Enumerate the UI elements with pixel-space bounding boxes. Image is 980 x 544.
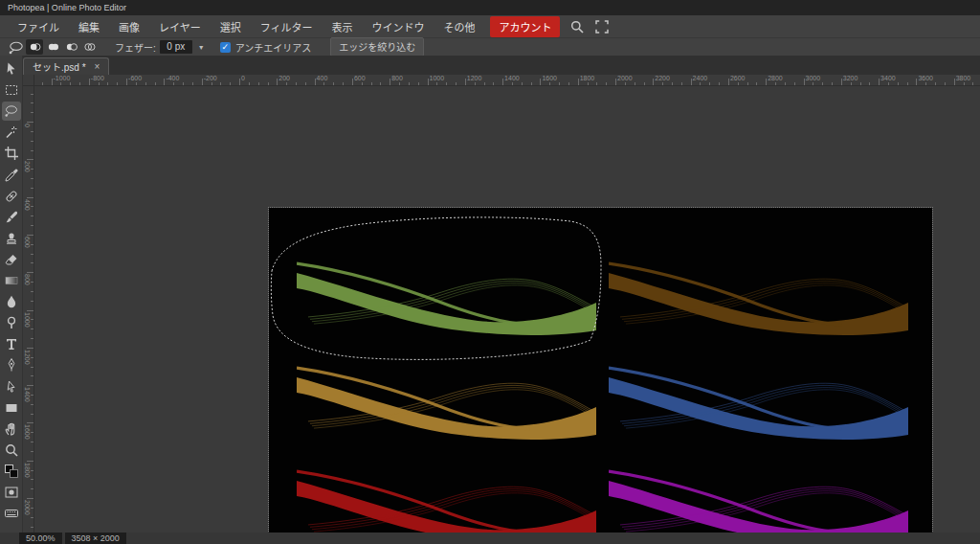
ruler-tick	[31, 488, 33, 489]
ruler-tick	[286, 82, 287, 85]
ruler-label: -1000	[54, 75, 71, 81]
ruler-tick	[192, 82, 193, 85]
ruler-tick	[700, 82, 701, 85]
type-tool-icon[interactable]	[2, 334, 21, 353]
ruler-tick	[709, 82, 710, 85]
ruler-tick	[126, 79, 127, 85]
canvas-area[interactable]	[34, 86, 980, 533]
clone-stamp-tool-icon[interactable]	[2, 229, 21, 248]
pen-tool-icon[interactable]	[2, 355, 21, 374]
ruler-tick	[31, 470, 33, 471]
ruler-tick	[851, 82, 852, 85]
ruler-tick	[31, 215, 33, 216]
crop-tool-icon[interactable]	[2, 144, 21, 163]
ruler-tick	[31, 517, 33, 518]
ruler-tick	[31, 367, 33, 368]
document-tab[interactable]: セット.psd * ×	[23, 57, 109, 75]
selection-mode-add-button[interactable]	[44, 39, 61, 55]
menu-item[interactable]: その他	[434, 19, 484, 36]
zoom-tool-icon[interactable]	[2, 441, 21, 460]
menu-item[interactable]: 選択	[211, 19, 251, 36]
magic-wand-tool-icon[interactable]	[2, 123, 21, 142]
ruler-tick	[672, 82, 673, 85]
feather-label: フェザー:	[115, 40, 156, 55]
ruler-label: 600	[24, 237, 31, 248]
refine-edge-button[interactable]: エッジを絞り込む	[330, 37, 424, 57]
ruler-tick	[31, 404, 33, 405]
eraser-tool-icon[interactable]	[2, 250, 21, 269]
lasso-tool-icon	[8, 39, 25, 55]
ruler-tick	[31, 329, 33, 329]
ruler-tick	[27, 272, 33, 273]
ruler-tick	[212, 82, 212, 85]
ruler-tick	[502, 79, 503, 85]
ruler-label: 2800	[768, 75, 783, 81]
selection-mode-subtract-button[interactable]	[62, 39, 79, 55]
menu-item[interactable]: ファイル	[8, 19, 69, 36]
ruler-tick	[813, 82, 813, 85]
menu-bar: ファイル編集画像レイヤー選択フィルター表示ウインドウその他 アカウント	[0, 15, 980, 37]
path-select-tool-icon[interactable]	[2, 377, 21, 397]
document-canvas[interactable]	[269, 208, 932, 544]
ruler-label: 200	[278, 75, 290, 81]
ruler-tick	[436, 82, 437, 85]
ruler-tick	[728, 79, 729, 85]
ruler-tick	[31, 414, 33, 415]
marquee-tool-icon[interactable]	[2, 80, 21, 100]
account-button[interactable]: アカウント	[490, 16, 560, 37]
hand-tool-icon[interactable]	[2, 419, 21, 439]
gradient-tool-icon[interactable]	[2, 271, 21, 290]
ruler-label: 1600	[24, 424, 31, 440]
keyboard-tool-icon[interactable]	[2, 504, 21, 523]
menu-item[interactable]: フィルター	[251, 19, 323, 36]
ruler-tick	[841, 79, 842, 85]
ruler-tick	[107, 82, 108, 85]
ruler-tick	[31, 282, 33, 283]
brush-tool-icon[interactable]	[2, 208, 21, 227]
ruler-label: 3800	[956, 75, 971, 81]
ruler-tick	[540, 79, 541, 85]
ruler-tick	[258, 82, 259, 85]
ruler-tick	[380, 82, 381, 85]
ruler-tick	[869, 82, 870, 85]
ruler-corner	[23, 75, 34, 86]
selection-mode-new-button[interactable]	[26, 39, 43, 55]
ruler-tick	[972, 82, 973, 85]
menu-item[interactable]: ウインドウ	[362, 19, 434, 36]
options-bar: フェザー: 0 px ▼ ✓ アンチエイリアス エッジを絞り込む	[0, 37, 980, 56]
feather-input[interactable]: 0 px	[160, 40, 192, 54]
ruler-tick	[898, 82, 899, 85]
ruler-tick	[418, 82, 419, 85]
menu-items: ファイル編集画像レイヤー選択フィルター表示ウインドウその他	[8, 18, 484, 35]
ruler-tick	[766, 79, 767, 85]
shape-tool-icon[interactable]	[2, 398, 21, 418]
ruler-tick	[945, 82, 946, 85]
menu-item[interactable]: 画像	[109, 19, 149, 36]
ruler-tick	[954, 79, 955, 85]
feather-dropdown-icon[interactable]: ▼	[198, 44, 205, 51]
ruler-label: 2400	[693, 75, 708, 81]
close-icon[interactable]: ×	[95, 61, 100, 72]
zoom-level[interactable]: 50.00%	[19, 533, 62, 544]
swatches-tool-icon[interactable]	[2, 462, 21, 481]
ruler-tick	[888, 82, 889, 85]
menu-item[interactable]: レイヤー	[149, 19, 211, 36]
move-tool-icon[interactable]	[2, 59, 21, 79]
eyedropper-tool-icon[interactable]	[2, 166, 21, 185]
ruler-tick	[31, 244, 33, 245]
quick-mask-tool-icon[interactable]	[2, 483, 21, 502]
antialias-checkbox[interactable]: ✓	[220, 42, 231, 53]
menu-item[interactable]: 表示	[322, 19, 362, 36]
ruler-tick	[27, 310, 33, 311]
antialias-label: アンチエイリアス	[235, 40, 312, 55]
fullscreen-icon[interactable]	[594, 19, 610, 34]
status-bar: 50.00% 3508 × 2000	[0, 533, 980, 544]
ruler-tick	[860, 82, 861, 85]
lasso-tool-icon[interactable]	[2, 102, 21, 121]
search-icon[interactable]	[569, 19, 585, 34]
healing-tool-icon[interactable]	[2, 187, 21, 206]
selection-mode-intersect-button[interactable]	[80, 39, 98, 55]
dodge-tool-icon[interactable]	[2, 313, 21, 332]
blur-tool-icon[interactable]	[2, 292, 21, 311]
menu-item[interactable]: 編集	[69, 19, 109, 36]
